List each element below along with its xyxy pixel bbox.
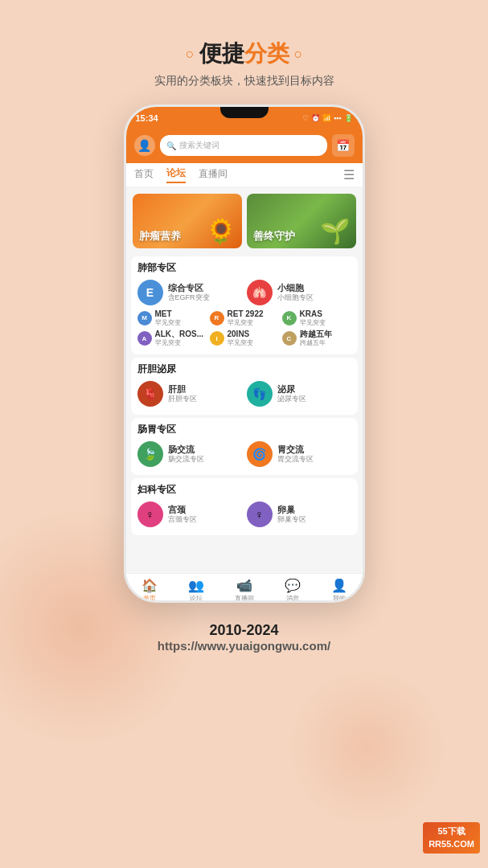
wifi-icon: 📶 [322,114,331,122]
nav-message-label: 消息 [286,594,299,603]
header-subtitle: 实用的分类板块，快速找到目标内容 [154,74,334,88]
cat-liver[interactable]: 🫀 肝胆 肝胆专区 [137,381,242,407]
liver-cat-row: 🫀 肝胆 肝胆专区 👣 泌尿 泌尿专区 [137,381,351,407]
alarm-icon: ⏰ [311,114,320,122]
section-lung: 肺部专区 E 综合专区 含EGFR突变 🫁 小细胞 小细胞 [131,256,358,354]
calendar-button[interactable]: 📅 [332,134,355,157]
ovary-sub: 卵巢专区 [277,515,306,525]
title-suffix: 分类 [244,41,289,66]
nav-profile[interactable]: 👤 我的 [331,578,347,603]
nav-live-label: 直播间 [235,594,254,603]
page-title: 便捷分类 [199,39,289,69]
status-icons: ♡ ⏰ 📶 ▪▪▪ 🔋 [302,114,353,122]
bottom-nav: 🏠 首页 👥 论坛 📹 直播间 💬 消息 👤 我的 [126,573,363,603]
met-badge: M [137,311,152,326]
battery-icon: 🔋 [344,114,353,122]
avatar-icon[interactable]: 👤 [134,135,155,156]
mut-kras[interactable]: K KRAS 罕见突变 [282,309,351,327]
content-area: 肿瘤营养 🌻 善终守护 🌱 肺部专区 E 综合专区 含EG [126,187,363,573]
mut-20ins[interactable]: I 20INS 罕见突变 [210,329,279,347]
page-wrapper: ○ 便捷分类 ○ 实用的分类板块，快速找到目标内容 15:34 ♡ ⏰ 📶 ▪▪… [0,0,488,868]
stomach-sub: 胃交流专区 [277,455,314,465]
nav-tabs: 首页 论坛 直播间 ☰ [126,163,363,187]
calendar-icon: 📅 [336,139,350,152]
ret-sub: 罕见突变 [228,319,264,327]
urinary-sub: 泌尿专区 [277,395,306,404]
person-icon: 👤 [137,139,151,152]
sunflower-icon: 🌻 [206,217,236,245]
cat-stomach[interactable]: 🌀 胃交流 胃交流专区 [247,441,351,467]
20ins-badge: I [210,331,224,346]
cervix-icon: ♀ [137,502,163,527]
intestine-name: 肠交流 [168,444,204,455]
forum-icon: 👥 [188,578,204,593]
comprehensive-sub: 含EGFR突变 [168,293,210,303]
section-intestine: 肠胃专区 🍃 肠交流 肠交流专区 🌀 胃交流 胃交流专区 [131,418,358,475]
kras-sub: 罕见突变 [300,319,326,327]
section-liver: 肝胆泌尿 🫀 肝胆 肝胆专区 👣 泌尿 泌尿专区 [131,358,358,415]
nav-live[interactable]: 📹 直播间 [235,578,254,603]
comprehensive-icon: E [137,280,163,305]
search-placeholder: 搜索关键词 [179,140,219,151]
nav-home[interactable]: 🏠 首页 [141,578,158,603]
cervix-name: 宫颈 [168,504,197,515]
plant-icon: 🌱 [320,217,350,245]
tab-home[interactable]: 首页 [134,167,154,182]
alk-name: ALK、ROS... [155,329,204,339]
20ins-name: 20INS [228,329,253,339]
mut-met[interactable]: M MET 罕见突变 [137,309,207,327]
rr55-line2: RR55.COM [429,838,474,850]
notch [220,107,269,118]
nav-message[interactable]: 💬 消息 [285,578,301,603]
signal-icon: ▪▪▪ [334,114,342,122]
menu-icon[interactable]: ☰ [343,167,355,182]
mut-alk[interactable]: A ALK、ROS... 罕见突变 [137,329,207,347]
comprehensive-name: 综合专区 [168,282,210,293]
banner-hospice[interactable]: 善终守护 🌱 [247,194,356,248]
header-title-row: ○ 便捷分类 ○ [186,39,303,69]
ovary-name: 卵巢 [277,504,306,515]
banner-nutrition[interactable]: 肿瘤营养 🌻 [133,194,242,248]
met-name: MET [155,309,181,319]
mut-5year[interactable]: C 跨越五年 跨越五年 [282,329,351,347]
nav-forum[interactable]: 👥 论坛 [188,578,204,603]
search-icon: 🔍 [166,141,176,150]
section-gynecology: 妇科专区 ♀ 宫颈 宫颈专区 ♀ 卵巢 卵巢专区 [131,478,358,535]
met-sub: 罕见突变 [155,319,181,327]
5year-name: 跨越五年 [300,329,332,339]
home-icon: 🏠 [141,578,158,593]
small-cell-name: 小细胞 [277,282,314,293]
banner-row: 肿瘤营养 🌻 善终守护 🌱 [126,187,363,253]
lung-section-title: 肺部专区 [137,261,351,275]
lung-cat-row: E 综合专区 含EGFR突变 🫁 小细胞 小细胞专区 [137,280,351,305]
heart-icon: ♡ [302,114,309,122]
cat-intestine[interactable]: 🍃 肠交流 肠交流专区 [137,441,242,467]
tab-live[interactable]: 直播间 [199,167,228,182]
cat-urinary[interactable]: 👣 泌尿 泌尿专区 [247,381,351,407]
intestine-section-title: 肠胃专区 [137,423,351,436]
banner-nutrition-label: 肿瘤营养 [139,229,181,244]
cervix-sub: 宫颈专区 [168,515,197,525]
cat-small-cell[interactable]: 🫁 小细胞 小细胞专区 [247,280,351,305]
gynecology-section-title: 妇科专区 [137,483,351,497]
profile-icon: 👤 [331,578,347,593]
urinary-name: 泌尿 [277,383,306,395]
rr55-badge: 55下载 RR55.COM [423,822,480,854]
stomach-icon: 🌀 [247,441,273,467]
kras-name: KRAS [300,309,326,319]
urinary-icon: 👣 [247,381,273,407]
mut-ret[interactable]: R RET 2922 罕见突变 [210,309,279,327]
cat-comprehensive[interactable]: E 综合专区 含EGFR突变 [137,280,242,305]
cat-cervix[interactable]: ♀ 宫颈 宫颈专区 [137,502,242,527]
5year-badge: C [282,331,297,346]
live-icon: 📹 [236,578,252,593]
liver-icon: 🫀 [137,381,163,407]
search-bar[interactable]: 🔍 搜索关键词 [160,135,327,156]
ret-name: RET 2922 [228,309,264,319]
5year-sub: 跨越五年 [300,339,332,347]
cat-ovary[interactable]: ♀ 卵巢 卵巢专区 [247,502,351,527]
liver-name: 肝胆 [168,383,197,395]
title-prefix: 便捷 [199,41,244,66]
tab-forum[interactable]: 论坛 [166,166,186,183]
alk-sub: 罕见突变 [155,339,204,347]
